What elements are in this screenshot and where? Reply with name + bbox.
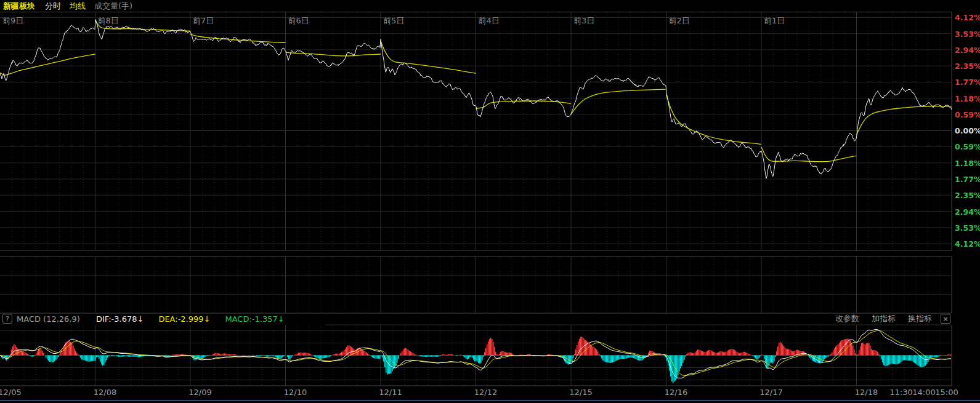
indicator-toolbar: ? MACD (12,26,9) DIF:-3.678↓ DEA:-2.999↓… <box>0 313 952 324</box>
price-axis-label: 1.77% <box>955 78 979 87</box>
price-axis-label: 1.77% <box>955 175 979 184</box>
chart-canvas[interactable]: 前9日前8日前7日前6日前5日前4日前3日前2日前1日 <box>0 0 980 403</box>
price-axis-label: 1.18% <box>955 94 979 103</box>
switch-indicator-button[interactable]: 换指标 <box>908 313 932 324</box>
day-label: 前5日 <box>383 16 404 25</box>
dea-value: DEA:-2.999↓ <box>158 314 210 324</box>
price-axis-label: 2.35% <box>955 191 979 200</box>
grid: 前9日前8日前7日前6日前5日前4日前3日前2日前1日 <box>0 12 952 386</box>
avg-price-line <box>381 41 476 73</box>
price-axis-label: 3.53% <box>955 29 979 38</box>
dif-value: DIF:-3.678↓ <box>96 314 144 324</box>
change-params-button[interactable]: 改参数 <box>835 313 859 324</box>
price-axis-label: 3.53% <box>955 223 979 232</box>
stock-app-window: 新疆板块 分时 均线 成交量(手) 前9日前8日前7日前6日前5日前4日前3日前… <box>0 0 980 403</box>
close-icon[interactable]: × <box>941 314 950 324</box>
price-axis-label: 4.12% <box>955 239 979 249</box>
price-axis-label: 0.59% <box>955 142 979 151</box>
day-label: 前8日 <box>98 16 119 25</box>
indicator-name: MACD (12,26,9) <box>17 314 80 324</box>
price-axis-label: 0.00% <box>955 126 979 135</box>
date-label: 12/18 <box>855 388 878 397</box>
day-label: 前3日 <box>573 16 594 25</box>
date-label: 12/11 <box>379 388 402 397</box>
price-axis-label: 2.94% <box>955 207 979 216</box>
day-label: 前2日 <box>669 16 690 25</box>
avg-price-line <box>571 89 666 114</box>
bottom-border <box>0 400 980 401</box>
add-indicator-button[interactable]: 加指标 <box>872 313 896 324</box>
price-axis-label: 2.94% <box>955 45 979 54</box>
time-label: 15:00 <box>935 388 958 397</box>
avg-price-line <box>190 34 286 42</box>
date-label: 12/05 <box>0 388 22 397</box>
time-label: 14:00 <box>912 388 935 397</box>
day-label: 前4日 <box>479 16 500 25</box>
price-axis-label: 4.12% <box>955 13 979 22</box>
time-label: 11:30 <box>889 388 912 397</box>
macd-value: MACD:-1.357↓ <box>225 314 284 324</box>
date-label: 12/12 <box>474 388 497 397</box>
avg-price-line <box>286 52 381 56</box>
price-axis-label: 0.59% <box>955 110 979 119</box>
date-label: 12/17 <box>759 388 782 397</box>
avg-price-line <box>476 101 572 109</box>
day-label: 前7日 <box>193 16 214 25</box>
price-axis-label: 2.35% <box>955 62 979 71</box>
date-label: 12/15 <box>569 388 592 397</box>
day-label: 前1日 <box>764 16 785 25</box>
day-label: 前9日 <box>2 16 23 25</box>
avg-price-line <box>666 95 762 144</box>
indicator-buttons: 改参数 加指标 换指标 × <box>823 313 950 324</box>
price-axis-label: 1.18% <box>955 158 979 167</box>
help-icon[interactable]: ? <box>2 314 12 324</box>
date-label: 12/08 <box>94 388 116 397</box>
date-label: 12/16 <box>665 388 687 397</box>
date-label: 12/10 <box>284 388 307 397</box>
date-label: 12/09 <box>188 388 211 397</box>
day-label: 前6日 <box>288 16 309 25</box>
